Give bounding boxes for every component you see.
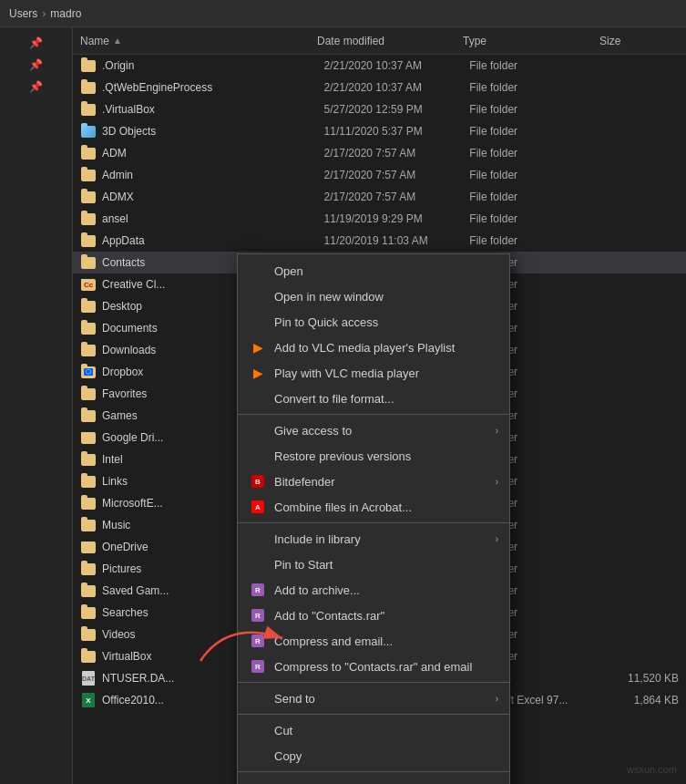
file-row[interactable]: .QtWebEngineProcess2/21/2020 10:37 AMFil… [73, 77, 686, 98]
file-name: ADMX [102, 191, 324, 203]
ctx-label-give-access: Give access to [274, 424, 492, 438]
file-type: File folder [469, 147, 606, 160]
ctx-icon-open-new-window [249, 287, 267, 305]
file-row[interactable]: ADM2/17/2020 7:57 AMFile folder [73, 142, 686, 164]
file-date: 2/21/2020 10:37 AM [324, 59, 470, 72]
file-row[interactable]: AppData11/20/2019 11:03 AMFile folder [73, 230, 686, 252]
ctx-item-copy[interactable]: Copy [238, 743, 509, 769]
ctx-item-bitdefender[interactable]: BBitdefender› [238, 469, 509, 494]
file-icon [80, 539, 97, 555]
ctx-item-add-vlc-playlist[interactable]: ▶Add to VLC media player's Playlist [238, 335, 509, 360]
ctx-item-send-to[interactable]: Send to› [238, 686, 509, 711]
col-date-header[interactable]: Date modified [317, 35, 463, 47]
col-name-header[interactable]: Name ▲ [80, 35, 317, 47]
ctx-label-add-vlc-playlist: Add to VLC media player's Playlist [274, 341, 498, 355]
file-name: Admin [102, 169, 324, 181]
file-row[interactable]: ADMX2/17/2020 7:57 AMFile folder [73, 186, 686, 208]
ctx-icon-add-contacts-rar: R [249, 606, 267, 624]
file-name: .QtWebEngineProcess [102, 81, 324, 94]
main-content: Name ▲ Date modified Type Size .Origin2/… [73, 27, 686, 784]
file-icon [80, 429, 97, 446]
ctx-item-convert-format[interactable]: Convert to file format... [238, 386, 509, 411]
file-icon [80, 473, 97, 490]
ctx-arrow-bitdefender: › [496, 477, 498, 487]
file-date: 11/11/2020 5:37 PM [324, 125, 470, 138]
file-row[interactable]: ansel11/19/2019 9:29 PMFile folder [73, 208, 686, 230]
file-date: 2/17/2020 7:57 AM [324, 191, 470, 203]
file-icon [80, 254, 97, 271]
ctx-item-add-archive[interactable]: RAdd to archive... [238, 577, 509, 603]
ctx-item-give-access[interactable]: Give access to› [238, 418, 509, 443]
file-date: 11/20/2019 11:03 AM [324, 234, 470, 247]
ctx-item-restore-versions[interactable]: Restore previous versions [238, 443, 509, 469]
file-icon [80, 604, 97, 621]
file-row[interactable]: Admin2/17/2020 7:57 AMFile folder [73, 164, 686, 186]
file-icon [80, 451, 97, 468]
ctx-label-convert-format: Convert to file format... [274, 392, 498, 406]
ctx-label-add-contacts-rar: Add to "Contacts.rar" [274, 609, 498, 623]
file-icon [80, 145, 97, 161]
file-icon [80, 517, 97, 533]
file-icon: Cc [80, 276, 97, 293]
ctx-item-create-shortcut[interactable]: Create shortcut [238, 775, 509, 784]
ctx-icon-open [249, 262, 267, 280]
ctx-label-combine-acrobat: Combine files in Acrobat... [274, 500, 498, 514]
file-type: File folder [469, 103, 606, 116]
ctx-item-combine-acrobat[interactable]: ACombine files in Acrobat... [238, 494, 509, 520]
file-name: ADM [102, 147, 324, 160]
ctx-icon-convert-format [249, 389, 267, 407]
ctx-label-compress-contacts-email: Compress to "Contacts.rar" and email [274, 660, 498, 674]
ctx-icon-add-vlc-playlist: ▶ [249, 338, 267, 356]
file-icon: DAT [80, 670, 97, 686]
ctx-item-play-vlc[interactable]: ▶Play with VLC media player [238, 360, 509, 386]
file-date: 2/17/2020 7:57 AM [324, 147, 470, 160]
ctx-icon-play-vlc: ▶ [249, 364, 267, 382]
ctx-separator [238, 714, 509, 715]
ctx-separator [238, 771, 509, 772]
ctx-item-open-new-window[interactable]: Open in new window [238, 284, 509, 309]
ctx-arrow-include-library: › [496, 534, 498, 544]
ctx-icon-copy [249, 747, 267, 765]
file-icon [80, 298, 97, 315]
col-size-header[interactable]: Size [599, 35, 672, 47]
file-name: 3D Objects [102, 125, 324, 138]
ctx-item-add-contacts-rar[interactable]: RAdd to "Contacts.rar" [238, 603, 509, 628]
ctx-icon-give-access [249, 421, 267, 439]
ctx-item-pin-start[interactable]: Pin to Start [238, 552, 509, 577]
column-headers: Name ▲ Date modified Type Size [73, 27, 686, 55]
context-menu: OpenOpen in new windowPin to Quick acces… [237, 253, 510, 784]
file-icon [80, 167, 97, 183]
ctx-label-play-vlc: Play with VLC media player [274, 366, 498, 380]
file-row[interactable]: .Origin2/21/2020 10:37 AMFile folder [73, 55, 686, 77]
file-icon [80, 320, 97, 336]
ctx-item-open[interactable]: Open [238, 258, 509, 284]
ctx-item-include-library[interactable]: Include in library› [238, 526, 509, 552]
breadcrumb-separator: › [42, 7, 46, 20]
file-name: .Origin [102, 59, 324, 72]
ctx-label-pin-quick-access: Pin to Quick access [274, 315, 498, 329]
pin-icon-1[interactable]: 📌 [29, 36, 44, 51]
ctx-label-open-new-window: Open in new window [274, 290, 498, 304]
pin-icon-3[interactable]: 📌 [29, 80, 44, 95]
file-icon [80, 123, 97, 139]
ctx-item-compress-contacts-email[interactable]: RCompress to "Contacts.rar" and email [238, 654, 509, 679]
ctx-icon-combine-acrobat: A [249, 498, 267, 516]
file-row[interactable]: 3D Objects11/11/2020 5:37 PMFile folder [73, 120, 686, 142]
file-type: File folder [469, 234, 606, 247]
pin-icon-2[interactable]: 📌 [29, 58, 44, 73]
ctx-icon-bitdefender: B [249, 472, 267, 490]
ctx-item-pin-quick-access[interactable]: Pin to Quick access [238, 309, 509, 335]
ctx-label-open: Open [274, 264, 498, 278]
file-icon [80, 101, 97, 118]
col-type-header[interactable]: Type [463, 35, 599, 47]
watermark: wsxun.com [627, 764, 677, 775]
ctx-item-cut[interactable]: Cut [238, 717, 509, 743]
sidebar: 📌 📌 📌 [0, 27, 73, 784]
file-icon [80, 211, 97, 227]
ctx-icon-restore-versions [249, 447, 267, 465]
file-type: File folder [469, 212, 606, 225]
file-type: File folder [469, 81, 606, 94]
ctx-item-compress-email[interactable]: RCompress and email... [238, 628, 509, 654]
file-row[interactable]: .VirtualBox5/27/2020 12:59 PMFile folder [73, 98, 686, 120]
file-type: File folder [469, 125, 606, 138]
